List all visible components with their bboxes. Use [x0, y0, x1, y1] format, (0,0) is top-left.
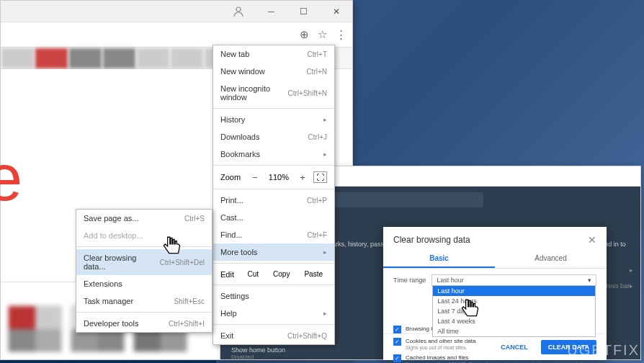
maximize-button[interactable]: ☐: [287, 1, 320, 22]
time-range-dropdown: Last hour Last 24 hours Last 7 days Last…: [432, 285, 596, 337]
time-range-select[interactable]: Last hour▾ Last hour Last 24 hours Last …: [431, 274, 596, 286]
cancel-button[interactable]: CANCEL: [495, 340, 534, 354]
zoom-out-button[interactable]: −: [249, 172, 261, 183]
copy-button[interactable]: Copy: [269, 269, 294, 279]
menu-downloads[interactable]: DownloadsCtrl+J: [213, 128, 334, 145]
watermark: UGETFIX: [567, 342, 640, 359]
svg-point-0: [236, 7, 241, 12]
google-logo: gle: [0, 141, 19, 215]
tab-advanced[interactable]: Advanced: [495, 250, 607, 268]
zoom-value: 110%: [266, 173, 292, 182]
menu-bookmarks[interactable]: Bookmarks▸: [213, 145, 334, 163]
submenu-save-page[interactable]: Save page as...Ctrl+S: [76, 210, 212, 227]
taskbar: [0, 360, 216, 363]
menu-new-window[interactable]: New windowCtrl+N: [213, 63, 334, 80]
fullscreen-button[interactable]: ⛶: [313, 171, 327, 183]
clear-browsing-data-dialog: Clear browsing data ✕ Basic Advanced Tim…: [383, 227, 607, 360]
menu-new-incognito[interactable]: New incognito windowCtrl+Shift+N: [213, 80, 334, 106]
menu-history[interactable]: History▸: [213, 111, 334, 128]
cut-button[interactable]: Cut: [243, 269, 264, 279]
close-icon[interactable]: ✕: [588, 234, 596, 246]
zoom-icon[interactable]: ⊕: [300, 28, 309, 41]
option-all-time[interactable]: All time: [433, 326, 595, 336]
menu-settings[interactable]: Settings: [213, 287, 334, 305]
menu-exit[interactable]: ExitCtrl+Shift+Q: [213, 327, 334, 344]
paste-button[interactable]: Paste: [300, 269, 327, 279]
minimize-button[interactable]: ─: [255, 1, 287, 22]
submenu-task-manager[interactable]: Task managerShift+Esc: [76, 292, 212, 310]
time-range-label: Time range: [393, 277, 426, 284]
bookmark-star-icon[interactable]: ☆: [318, 28, 327, 41]
submenu-add-to-desktop: Add to desktop...: [76, 227, 212, 244]
menu-find[interactable]: Find...Ctrl+F: [213, 226, 334, 243]
option-last-7-days[interactable]: Last 7 days: [433, 306, 595, 316]
profile-icon[interactable]: [228, 1, 249, 22]
dialog-title: Clear browsing data: [393, 235, 470, 245]
menu-zoom: Zoom − 110% + ⛶: [213, 168, 334, 187]
tab-basic[interactable]: Basic: [383, 250, 495, 268]
menu-more-tools[interactable]: More tools▸: [213, 243, 334, 261]
titlebar: ─ ☐ ✕: [1, 1, 352, 22]
menu-cast[interactable]: Cast...: [213, 209, 334, 226]
option-last-4-weeks[interactable]: Last 4 weeks: [433, 316, 595, 326]
zoom-in-button[interactable]: +: [296, 172, 309, 183]
submenu-developer-tools[interactable]: Developer toolsCtrl+Shift+I: [76, 315, 212, 332]
menu-help[interactable]: Help▸: [213, 305, 334, 322]
submenu-extensions[interactable]: Extensions: [76, 275, 212, 292]
menu-print[interactable]: Print...Ctrl+P: [213, 192, 334, 209]
checkbox-icon[interactable]: ✓: [393, 326, 401, 333]
menu-new-tab[interactable]: New tabCtrl+T: [213, 45, 334, 63]
menu-dots-icon[interactable]: ⋮: [336, 28, 346, 41]
more-tools-submenu: Save page as...Ctrl+S Add to desktop... …: [76, 209, 213, 333]
menu-edit-row: Edit Cut Copy Paste: [213, 266, 334, 282]
browser-toolbar: ⊕ ☆ ⋮: [1, 22, 352, 48]
chrome-main-menu: New tabCtrl+T New windowCtrl+N New incog…: [213, 45, 335, 345]
option-last-24-hours[interactable]: Last 24 hours: [433, 296, 595, 306]
option-last-hour[interactable]: Last hour: [433, 286, 595, 296]
close-button[interactable]: ✕: [320, 1, 352, 22]
ntp-tile[interactable]: [8, 305, 62, 352]
submenu-clear-browsing-data[interactable]: Clear browsing data...Ctrl+Shift+Del: [76, 249, 212, 275]
